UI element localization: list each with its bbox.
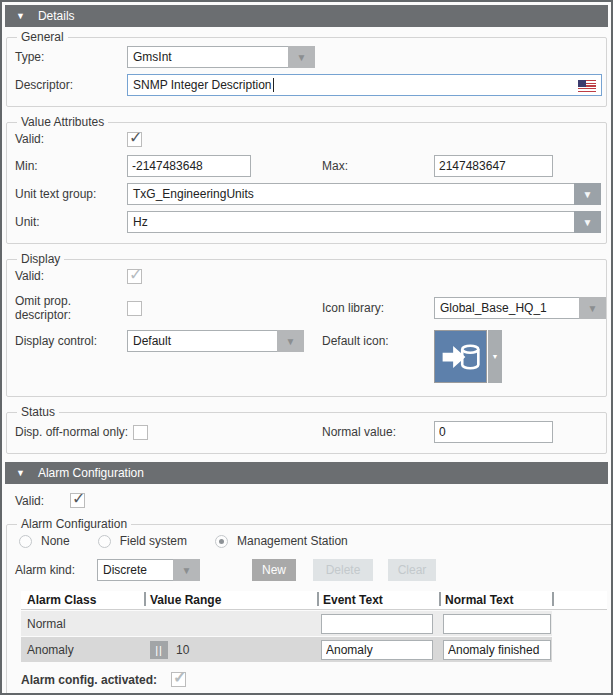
- collapse-triangle-icon: ▼: [16, 11, 25, 21]
- event-text-cell: [317, 637, 439, 662]
- alarm-valid-checkbox[interactable]: [70, 493, 85, 508]
- alarm-class-cell[interactable]: Anomaly: [21, 637, 144, 662]
- default-icon-picker[interactable]: ▼: [434, 330, 502, 383]
- valid-label: Valid:: [15, 132, 127, 146]
- general-group-legend: General: [17, 30, 68, 44]
- alarm-configuration-legend: Alarm Configuration: [17, 517, 131, 531]
- display-group: Display Valid: Omit prop. descriptor: Ic…: [6, 252, 607, 397]
- display-control-dropdown[interactable]: Default ▼: [127, 330, 304, 352]
- chevron-down-icon[interactable]: ▼: [574, 183, 601, 205]
- alarm-configuration-section-header[interactable]: ▼ Alarm Configuration: [5, 462, 608, 484]
- details-editor-panel: ▼ Details General Type: GmsInt ▼ Descrip…: [0, 0, 613, 695]
- radio-field-system-circle[interactable]: [98, 535, 111, 548]
- descriptor-input[interactable]: SNMP Integer Description: [127, 74, 602, 96]
- omit-prop-descriptor-checkbox[interactable]: [127, 301, 142, 316]
- unit-value: Hz: [127, 211, 574, 233]
- event-text-input[interactable]: [321, 640, 433, 660]
- display-control-value: Default: [127, 330, 277, 352]
- display-control-label: Display control:: [15, 334, 127, 348]
- database-import-icon: [434, 330, 487, 383]
- descriptor-input-value: SNMP Integer Description: [133, 78, 272, 92]
- unit-text-group-label: Unit text group:: [15, 187, 127, 201]
- range-operator-button[interactable]: ||: [150, 641, 168, 659]
- alarm-config-activated-label: Alarm config. activated:: [21, 673, 157, 687]
- radio-management-station-circle[interactable]: [215, 535, 228, 548]
- normal-text-cell: [439, 611, 552, 636]
- table-row-normal[interactable]: Normal: [21, 611, 607, 636]
- clear-button: Clear: [388, 559, 436, 581]
- omit-prop-descriptor-label: Omit prop. descriptor:: [15, 294, 127, 322]
- chevron-down-icon[interactable]: ▼: [288, 46, 315, 68]
- alarm-kind-dropdown[interactable]: Discrete ▼: [97, 559, 200, 581]
- icon-picker-chevron-icon[interactable]: ▼: [488, 330, 502, 383]
- value-range-cell[interactable]: || 10: [144, 637, 317, 662]
- chevron-down-icon[interactable]: ▼: [579, 297, 606, 319]
- normal-value-label: Normal value:: [322, 425, 396, 439]
- radio-management-station-label: Management Station: [237, 534, 348, 548]
- value-attributes-group: Value Attributes Valid: Min: Max: Unit t…: [6, 115, 607, 244]
- event-text-cell: [317, 611, 439, 636]
- radio-management-station[interactable]: Management Station: [215, 534, 348, 548]
- alarm-class-table: Alarm Class Value Range Event Text Norma…: [21, 591, 607, 662]
- normal-text-cell: [439, 637, 552, 662]
- unit-dropdown[interactable]: Hz ▼: [127, 211, 601, 233]
- alarm-configuration-section-title: Alarm Configuration: [38, 466, 144, 480]
- chevron-down-icon[interactable]: ▼: [277, 330, 304, 352]
- alarm-kind-label: Alarm kind:: [15, 563, 97, 577]
- status-group: Status Disp. off-normal only: Normal val…: [6, 405, 607, 454]
- unit-text-group-value: TxG_EngineeringUnits: [127, 183, 574, 205]
- normal-text-input[interactable]: [443, 614, 551, 634]
- type-label: Type:: [15, 50, 127, 64]
- radio-none-label: None: [41, 534, 70, 548]
- chevron-down-icon[interactable]: ▼: [574, 211, 601, 233]
- details-section-title: Details: [38, 9, 75, 23]
- column-header-event-text: Event Text: [317, 591, 439, 609]
- radio-none-circle[interactable]: [19, 535, 32, 548]
- radio-field-system-label: Field system: [120, 534, 187, 548]
- unit-text-group-dropdown[interactable]: TxG_EngineeringUnits ▼: [127, 183, 601, 205]
- type-dropdown[interactable]: GmsInt ▼: [127, 46, 315, 68]
- alarm-class-cell[interactable]: Normal: [21, 611, 144, 636]
- collapse-triangle-icon: ▼: [16, 468, 25, 478]
- icon-library-value: Global_Base_HQ_1: [434, 297, 579, 319]
- display-valid-checkbox: [127, 269, 142, 284]
- chevron-down-icon[interactable]: ▼: [173, 559, 200, 581]
- column-header-value-range: Value Range: [144, 591, 317, 609]
- alarm-kind-value: Discrete: [97, 559, 173, 581]
- min-input[interactable]: [127, 155, 251, 177]
- column-header-spacer: [552, 591, 607, 609]
- value-attributes-legend: Value Attributes: [17, 115, 108, 129]
- icon-library-dropdown[interactable]: Global_Base_HQ_1 ▼: [434, 297, 606, 319]
- general-group: General Type: GmsInt ▼ Descriptor: SNMP …: [6, 30, 607, 107]
- alarm-configuration-group: Alarm Configuration None Field system Ma…: [6, 517, 613, 695]
- table-row-anomaly[interactable]: Anomaly || 10: [21, 637, 607, 662]
- default-icon-label: Default icon:: [322, 334, 389, 348]
- column-header-normal-text: Normal Text: [439, 591, 552, 609]
- event-text-input[interactable]: [321, 614, 433, 634]
- alarm-config-activated-checkbox: [171, 672, 186, 687]
- display-group-legend: Display: [17, 252, 64, 266]
- unit-label: Unit:: [15, 215, 127, 229]
- max-label: Max:: [322, 159, 348, 173]
- valid-checkbox[interactable]: [127, 132, 142, 147]
- icon-library-label: Icon library:: [322, 301, 384, 315]
- radio-none[interactable]: None: [19, 534, 70, 548]
- max-input[interactable]: [434, 155, 553, 177]
- new-button[interactable]: New: [252, 559, 296, 581]
- alarm-valid-label: Valid:: [15, 494, 70, 508]
- radio-field-system[interactable]: Field system: [98, 534, 187, 548]
- min-label: Min:: [15, 159, 127, 173]
- alarm-table-header: Alarm Class Value Range Event Text Norma…: [21, 591, 607, 610]
- value-range-cell[interactable]: [144, 611, 317, 636]
- value-range-text: 10: [176, 643, 189, 657]
- normal-value-input[interactable]: [434, 421, 553, 443]
- details-section-header[interactable]: ▼ Details: [5, 5, 608, 27]
- display-valid-label: Valid:: [15, 269, 127, 283]
- descriptor-label: Descriptor:: [15, 78, 127, 92]
- disp-off-normal-checkbox[interactable]: [133, 425, 148, 440]
- status-group-legend: Status: [17, 405, 59, 419]
- normal-text-input[interactable]: [443, 640, 551, 660]
- delete-button: Delete: [313, 559, 373, 581]
- type-dropdown-value: GmsInt: [127, 46, 288, 68]
- us-flag-icon[interactable]: [578, 80, 596, 92]
